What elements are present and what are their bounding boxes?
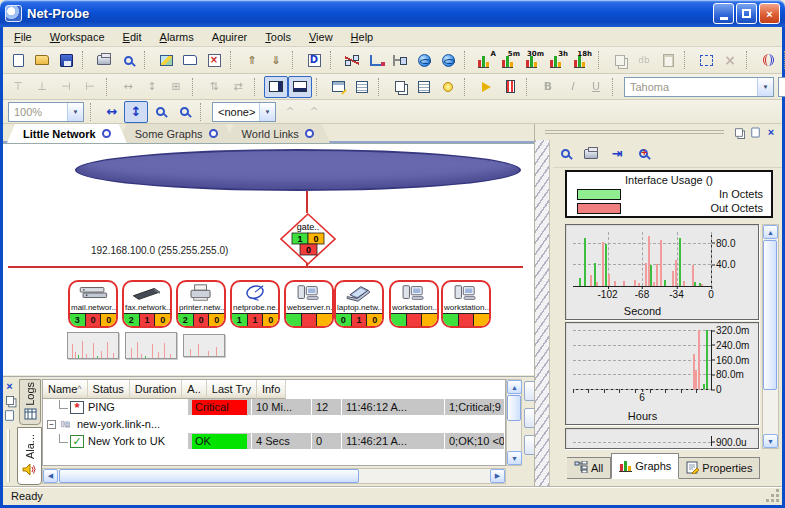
show-right-panel-button[interactable] bbox=[264, 76, 288, 98]
view-log-button[interactable] bbox=[412, 76, 436, 98]
dock-panel-icon[interactable] bbox=[4, 410, 15, 421]
scrollbar-thumb[interactable] bbox=[507, 395, 521, 421]
same-height-button[interactable]: ↕ bbox=[140, 76, 164, 98]
scroll-up-icon[interactable]: ▲ bbox=[507, 380, 522, 394]
graph-thumbnail[interactable] bbox=[183, 334, 225, 357]
device-node[interactable]: workstation.. bbox=[389, 280, 439, 328]
zoom-in-button[interactable] bbox=[148, 101, 172, 123]
panel-tab[interactable]: Ala... bbox=[17, 427, 42, 485]
minimize-button[interactable] bbox=[713, 3, 734, 24]
menu-item[interactable]: Aquirer bbox=[203, 29, 256, 45]
device-node[interactable]: netprobe.ne.. 1 1 0 bbox=[230, 280, 280, 328]
show-bottom-panel-button[interactable] bbox=[288, 76, 312, 98]
bold-button[interactable]: B bbox=[536, 76, 560, 98]
graphs-panel-header[interactable]: × bbox=[535, 124, 782, 140]
float-panel-icon[interactable] bbox=[4, 395, 15, 406]
graph-thumbnail[interactable] bbox=[67, 332, 119, 359]
chart-auto-button[interactable]: A bbox=[474, 49, 498, 71]
fit-interval-button[interactable]: ⇥ bbox=[605, 143, 629, 165]
menu-item[interactable]: Help bbox=[342, 29, 383, 45]
close-button[interactable]: × bbox=[759, 3, 780, 24]
device-node[interactable]: mail.networ.. 3 0 0 bbox=[68, 280, 118, 328]
scrollbar-thumb[interactable] bbox=[763, 240, 777, 390]
scrollbar-thumb[interactable] bbox=[59, 469, 359, 483]
fit-height-button[interactable]: ↕ bbox=[124, 101, 148, 123]
chart-18h-button[interactable]: 18h bbox=[570, 49, 594, 71]
graph-thumbnail[interactable] bbox=[125, 332, 177, 359]
device-node[interactable]: laptop.netw.. 0 1 0 bbox=[334, 280, 384, 328]
world-links-button[interactable] bbox=[412, 49, 436, 71]
column-header[interactable]: Last Try bbox=[207, 380, 257, 399]
graphs-scrollbar[interactable]: ▲ ▼ bbox=[762, 224, 779, 449]
table-horizontal-scrollbar[interactable]: ◀ ▶ bbox=[42, 468, 506, 484]
column-header[interactable]: Info bbox=[257, 380, 286, 399]
scroll-down-icon[interactable]: ▼ bbox=[763, 434, 778, 448]
column-header[interactable]: A.. bbox=[182, 380, 206, 399]
delete-x-button[interactable]: × bbox=[718, 49, 742, 71]
table-row[interactable]: * PING Critical 10 Mi... 12 11:46:12 A..… bbox=[43, 399, 505, 416]
fit-width-button[interactable]: ↔ bbox=[100, 101, 124, 123]
chevron-down-icon[interactable]: ▼ bbox=[757, 78, 773, 96]
zoom-level-combo[interactable]: 100%▼ bbox=[8, 102, 84, 122]
print-graphs-button[interactable] bbox=[579, 143, 603, 165]
close-panel-icon[interactable]: × bbox=[764, 126, 778, 139]
copy-button[interactable] bbox=[608, 49, 632, 71]
print-button[interactable] bbox=[92, 49, 116, 71]
alarm-sound-button[interactable] bbox=[756, 49, 780, 71]
chevron-down-icon[interactable]: ▼ bbox=[67, 103, 83, 121]
panel-tab[interactable]: Properties bbox=[679, 457, 760, 479]
font-name-combo[interactable]: Tahoma▼ bbox=[624, 77, 774, 97]
link-polyline-button[interactable] bbox=[364, 49, 388, 71]
import-item-button[interactable]: ⇓ bbox=[264, 49, 288, 71]
align-left-button[interactable]: ⊣ bbox=[54, 76, 78, 98]
save-button[interactable] bbox=[54, 49, 78, 71]
table-row[interactable]: − new-york.link-n... bbox=[43, 416, 505, 433]
zoom-out-button[interactable] bbox=[172, 101, 196, 123]
print-preview-button[interactable] bbox=[116, 49, 140, 71]
panel-tab[interactable]: Graphs bbox=[611, 453, 679, 479]
panel-tab[interactable]: Logs bbox=[19, 379, 41, 425]
tree-expander[interactable]: − bbox=[47, 420, 56, 429]
panel-grip[interactable] bbox=[7, 429, 12, 482]
scroll-left-icon[interactable]: ◀ bbox=[43, 469, 58, 483]
close-panel-icon[interactable]: × bbox=[4, 380, 15, 391]
column-header[interactable]: Duration bbox=[130, 380, 183, 399]
device-node[interactable]: webserver.n.. bbox=[284, 280, 334, 328]
show-tips-button[interactable] bbox=[436, 76, 460, 98]
italic-button[interactable]: I bbox=[560, 76, 584, 98]
network-cloud[interactable] bbox=[75, 149, 521, 191]
underline-button[interactable]: U bbox=[584, 76, 608, 98]
menu-item[interactable]: Edit bbox=[114, 29, 151, 45]
view-form-button[interactable] bbox=[350, 76, 374, 98]
resize-grip[interactable] bbox=[768, 491, 781, 504]
title-bar[interactable]: Net-Probe × bbox=[0, 0, 785, 27]
panel-drag-grip[interactable] bbox=[545, 130, 724, 134]
expand-all-button[interactable]: ^ bbox=[302, 101, 326, 123]
center-vertical-button[interactable]: ⇅ bbox=[202, 76, 226, 98]
scroll-down-icon[interactable]: ▼ bbox=[507, 451, 522, 465]
menu-item[interactable]: File bbox=[5, 29, 41, 45]
link-line-button[interactable] bbox=[340, 49, 364, 71]
panel-tab[interactable]: All bbox=[567, 457, 611, 479]
snap-grid-button[interactable]: ⊞ bbox=[164, 76, 188, 98]
table-row[interactable] bbox=[43, 450, 505, 466]
align-bottom-button[interactable]: ⊥ bbox=[30, 76, 54, 98]
menu-item[interactable]: Alarms bbox=[151, 29, 203, 45]
zoom-interval-button[interactable] bbox=[631, 143, 655, 165]
database-button[interactable]: D bbox=[302, 49, 326, 71]
maximize-button[interactable] bbox=[736, 3, 757, 24]
mute-alarms-button[interactable] bbox=[474, 76, 498, 98]
layer-combo[interactable]: <none>▼ bbox=[212, 102, 276, 122]
image-alarm-button[interactable] bbox=[154, 49, 178, 71]
restore-panel-icon[interactable] bbox=[748, 126, 762, 139]
link-tree-button[interactable] bbox=[388, 49, 412, 71]
workspace-tab[interactable]: Little Network bbox=[7, 124, 127, 143]
align-right-button[interactable]: ⊢ bbox=[78, 76, 102, 98]
bring-front-button[interactable] bbox=[388, 76, 412, 98]
preview-report-button[interactable] bbox=[553, 143, 577, 165]
export-item-button[interactable]: ⇑ bbox=[240, 49, 264, 71]
workspace-tab[interactable]: Some Graphs bbox=[119, 124, 234, 143]
table-row[interactable]: ✓ New York to UK OK 4 Secs 0 11:46:21 A.… bbox=[43, 433, 505, 450]
column-header[interactable]: Status bbox=[88, 380, 130, 399]
open-file-button[interactable] bbox=[30, 49, 54, 71]
